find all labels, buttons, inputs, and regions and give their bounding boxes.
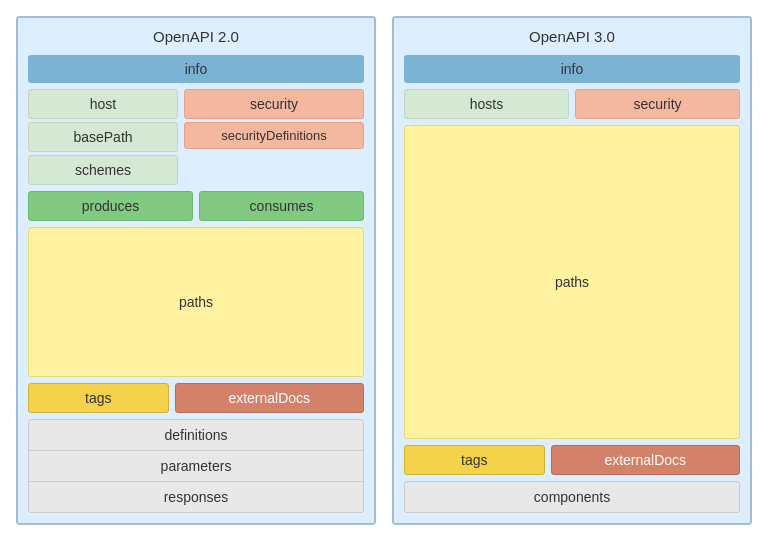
openapi3-hosts: hosts	[404, 89, 569, 119]
main-container: OpenAPI 2.0 info host basePath schemes s…	[0, 0, 768, 541]
openapi2-tags: tags	[28, 383, 169, 413]
openapi3-row1: hosts security	[404, 89, 740, 119]
openapi2-paths: paths	[28, 227, 364, 377]
openapi2-left-stack: host basePath schemes	[28, 89, 178, 185]
openapi2-row1: host basePath schemes security securityD…	[28, 89, 364, 185]
openapi2-schemes: schemes	[28, 155, 178, 185]
openapi3-box: OpenAPI 3.0 info hosts security paths ta…	[392, 16, 752, 525]
openapi2-basepath: basePath	[28, 122, 178, 152]
openapi3-external-docs: externalDocs	[551, 445, 741, 475]
openapi3-paths: paths	[404, 125, 740, 439]
openapi2-right-stack: security securityDefinitions	[184, 89, 364, 185]
openapi3-info: info	[404, 55, 740, 83]
openapi3-security: security	[575, 89, 740, 119]
openapi2-consumes: consumes	[199, 191, 364, 221]
openapi3-row2: tags externalDocs	[404, 445, 740, 475]
openapi2-definitions-section: definitions parameters responses	[28, 419, 364, 513]
openapi2-parameters: parameters	[29, 451, 363, 482]
openapi2-responses: responses	[29, 482, 363, 512]
openapi3-components: components	[405, 482, 739, 512]
openapi2-info: info	[28, 55, 364, 83]
openapi3-title: OpenAPI 3.0	[404, 28, 740, 45]
openapi2-security: security	[184, 89, 364, 119]
openapi2-produces: produces	[28, 191, 193, 221]
openapi2-definitions: definitions	[29, 420, 363, 451]
openapi2-row2: produces consumes	[28, 191, 364, 221]
openapi3-tags: tags	[404, 445, 545, 475]
openapi2-box: OpenAPI 2.0 info host basePath schemes s…	[16, 16, 376, 525]
openapi2-host: host	[28, 89, 178, 119]
openapi2-row3: tags externalDocs	[28, 383, 364, 413]
openapi2-security-definitions: securityDefinitions	[184, 122, 364, 149]
openapi2-title: OpenAPI 2.0	[28, 28, 364, 45]
openapi3-components-section: components	[404, 481, 740, 513]
openapi2-external-docs: externalDocs	[175, 383, 365, 413]
